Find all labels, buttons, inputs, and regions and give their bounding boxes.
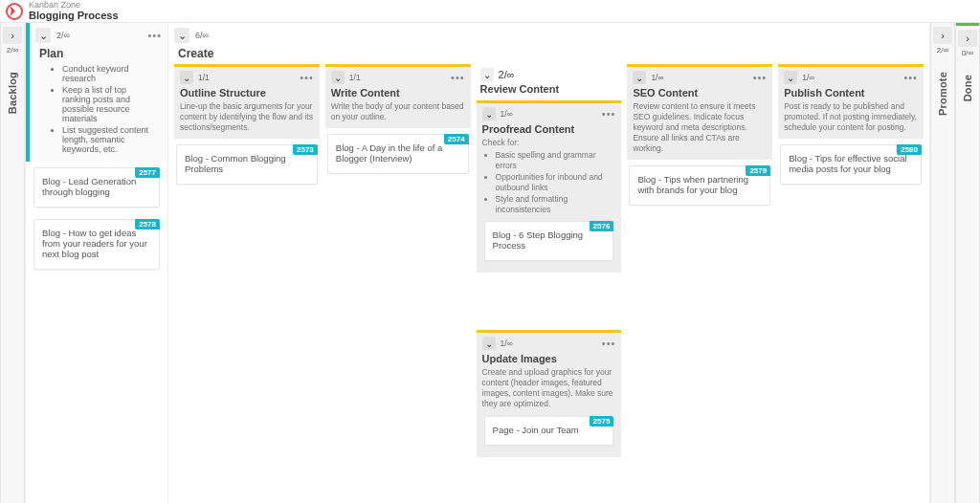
plan-bullet: Keep a list of top ranking posts and pos…	[62, 85, 156, 123]
chevron-down-icon: ⌄	[178, 30, 187, 42]
create-title: Create	[168, 47, 929, 64]
chevron-down-icon: ⌄	[483, 70, 491, 80]
review-title: Review Content	[477, 83, 622, 100]
review-wip: 2/∞	[499, 69, 515, 80]
card-text: Blog - 6 Step Blogging Process	[493, 230, 584, 251]
card[interactable]: 2575 Page - Join our Team	[484, 416, 614, 446]
card[interactable]: 2577 Blog - Lead Generation through blog…	[33, 167, 160, 208]
done-label: Done	[962, 75, 973, 101]
seo-title: SEO Content	[633, 87, 767, 98]
plan-wip: 2/∞	[56, 31, 70, 40]
promote-wip: 2/∞	[937, 46, 948, 55]
brand-block: Kanban Zone Blogging Process	[29, 1, 119, 21]
chevron-right-icon: ›	[966, 33, 969, 44]
backlog-label: Backlog	[7, 72, 18, 114]
promote-label: Promote	[937, 72, 948, 116]
create-wip: 6/∞	[195, 31, 209, 40]
chevron-down-icon: ⌄	[485, 339, 493, 349]
card-id-badge: 2573	[293, 144, 318, 155]
chevron-right-icon: ›	[941, 30, 945, 41]
plan-description: Conduct keyword research Keep a list of …	[30, 64, 167, 162]
chevron-down-icon: ⌄	[787, 73, 794, 83]
card-id-badge: 2578	[135, 219, 160, 230]
outline-wip: 1/1	[198, 73, 210, 82]
proofread-desc: Check for: Basic spelling and grammar er…	[482, 138, 616, 215]
create-subcolumns: ⌄ 1/1 ••• Outline Structure Line-up the …	[168, 64, 929, 503]
chevron-down-icon: ⌄	[183, 73, 190, 83]
board: › 2/∞ Backlog ⌄ 2/∞ ••• Plan Conduct key…	[0, 23, 980, 503]
card-id-badge: 2577	[135, 167, 160, 178]
seo-desc: Review content to ensure it meets SEO gu…	[633, 101, 767, 154]
proofread-title: Proofread Content	[482, 123, 616, 135]
card-text: Blog - Tips for effective social media p…	[789, 153, 906, 174]
board-title: Blogging Process	[29, 10, 119, 21]
card[interactable]: 2576 Blog - 6 Step Blogging Process	[484, 221, 614, 261]
done-wip: 0/∞	[962, 49, 973, 57]
updateimg-wip: 1/∞	[501, 339, 513, 348]
publish-menu-button[interactable]: •••	[903, 72, 918, 83]
card-text: Blog - A Day in the life of a Blogger (I…	[336, 142, 442, 164]
column-done-collapsed[interactable]: › 0/∞ Done	[955, 23, 980, 503]
plan-title: Plan	[30, 47, 167, 64]
collapse-review-button[interactable]: ⌄	[480, 68, 494, 81]
subcolumn-publish: ⌄ 1/∞ ••• Publish Content Post is ready …	[778, 64, 924, 495]
backlog-wip: 2/∞	[7, 46, 18, 55]
write-wip: 1/1	[349, 73, 361, 82]
chevron-down-icon: ⌄	[334, 73, 342, 83]
card[interactable]: 2579 Blog - Tips when partnering with br…	[629, 165, 770, 206]
chevron-down-icon: ⌄	[635, 73, 643, 83]
collapse-publish-button[interactable]: ⌄	[784, 71, 797, 84]
subcolumn-outline: ⌄ 1/1 ••• Outline Structure Line-up the …	[174, 64, 320, 495]
column-backlog-collapsed[interactable]: › 2/∞ Backlog	[0, 23, 25, 503]
collapse-plan-button[interactable]: ⌄	[35, 28, 51, 43]
collapse-updateimg-button[interactable]: ⌄	[482, 337, 496, 350]
write-desc: Write the body of your content based on …	[331, 101, 465, 122]
outline-desc: Line-up the basic arguments for your con…	[180, 101, 314, 133]
done-accent	[956, 23, 979, 26]
card[interactable]: 2578 Blog - How to get ideas from your r…	[33, 219, 160, 270]
card-text: Blog - Tips when partnering with brands …	[637, 174, 748, 195]
collapse-outline-button[interactable]: ⌄	[180, 71, 193, 84]
nested-proofread: ⌄ 1/∞ ••• Proofread Content Check for: B…	[477, 100, 622, 273]
column-plan: ⌄ 2/∞ ••• Plan Conduct keyword research …	[25, 23, 168, 503]
card[interactable]: 2580 Blog - Tips for effective social me…	[780, 144, 922, 185]
seo-menu-button[interactable]: •••	[753, 72, 768, 83]
proofread-bullet: Opportunities for inbound and outbound l…	[496, 172, 616, 193]
updateimg-title: Update Images	[482, 353, 616, 364]
proofread-menu-button[interactable]: •••	[602, 108, 616, 120]
card-text: Blog - Common Blogging Problems	[185, 153, 286, 174]
collapse-proofread-button[interactable]: ⌄	[482, 107, 496, 120]
brand-small: Kanban Zone	[29, 1, 119, 10]
plan-bullet: List suggested content length, semantic …	[62, 125, 156, 154]
updateimg-menu-button[interactable]: •••	[602, 338, 616, 349]
plan-header-block: ⌄ 2/∞ ••• Plan Conduct keyword research …	[26, 23, 167, 162]
plan-menu-button[interactable]: •••	[147, 30, 162, 41]
expand-backlog-button[interactable]: ›	[3, 27, 22, 44]
collapse-write-button[interactable]: ⌄	[331, 71, 345, 84]
collapse-create-button[interactable]: ⌄	[174, 28, 189, 43]
collapse-seo-button[interactable]: ⌄	[633, 71, 646, 84]
proofread-desc-lead: Check for:	[482, 138, 520, 147]
card-id-badge: 2575	[590, 416, 614, 426]
subcolumn-review: ⌄ 2/∞ Review Content ⌄ 1/∞ ••• Proofread…	[477, 64, 622, 495]
column-promote-collapsed[interactable]: › 2/∞ Promote	[930, 23, 955, 503]
seo-wip: 1/∞	[651, 73, 663, 82]
write-menu-button[interactable]: •••	[451, 72, 465, 83]
publish-wip: 1/∞	[802, 73, 814, 82]
topbar: Kanban Zone Blogging Process	[0, 0, 980, 23]
chevron-down-icon: ⌄	[39, 30, 48, 42]
publish-title: Publish Content	[784, 87, 918, 98]
expand-done-button[interactable]: ›	[958, 30, 977, 47]
expand-promote-button[interactable]: ›	[933, 27, 952, 44]
card[interactable]: 2574 Blog - A Day in the life of a Blogg…	[327, 134, 469, 174]
nested-update-images: ⌄ 1/∞ ••• Update Images Create and uploa…	[477, 330, 622, 456]
app-logo	[6, 3, 23, 20]
card-text: Page - Join our Team	[493, 425, 579, 435]
card-id-badge: 2580	[897, 144, 922, 155]
outline-menu-button[interactable]: •••	[300, 72, 314, 83]
card-text: Blog - How to get ideas from your reader…	[42, 228, 147, 259]
card[interactable]: 2573 Blog - Common Blogging Problems	[176, 144, 318, 185]
column-create: ⌄ 6/∞ Create ⌄ 1/1 ••• Outline Structure…	[168, 23, 930, 503]
updateimg-desc: Create and upload graphics for your cont…	[482, 367, 616, 409]
card-id-badge: 2574	[444, 134, 469, 144]
